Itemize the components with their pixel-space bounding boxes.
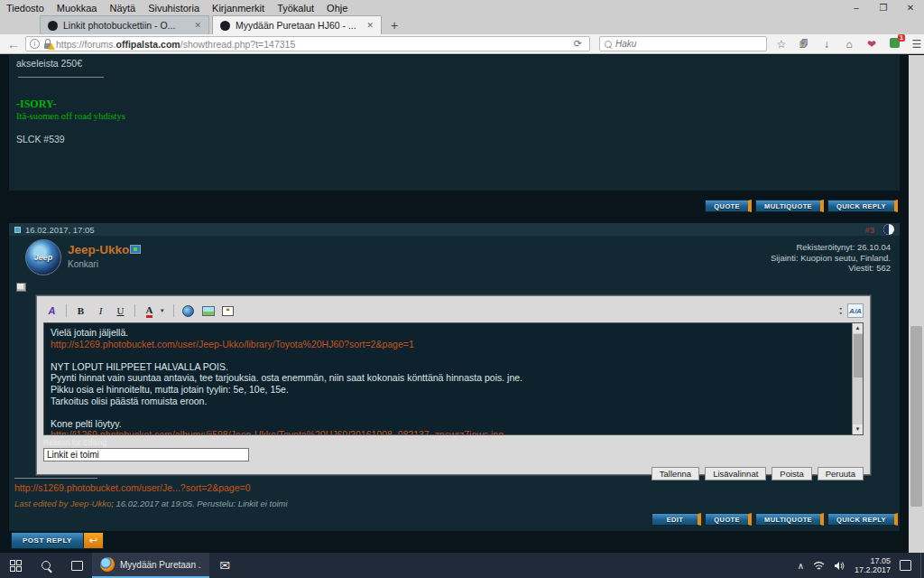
signature-subtitle: Itä-suomen off road yhdistys [16,111,892,121]
addon-icon[interactable]: 1 [887,38,901,51]
previous-post-buttons: QUOTE MULTIQUOTE QUICK REPLY [705,200,898,212]
cancel-button[interactable]: Peruuta [818,467,864,480]
report-post-icon[interactable] [883,224,894,235]
url-bar[interactable]: i https://forums.offipalsta.com/showthre… [25,36,590,51]
hamburger-menu-icon[interactable]: ☰ [910,38,924,51]
italic-button[interactable]: I [92,303,109,319]
menu-bookmarks[interactable]: Kirjanmerkit [206,2,271,14]
editor-line: NYT LOPUT HILPPEET HALVALLA POIS. [51,361,848,373]
close-button[interactable]: ✕ [897,0,924,15]
user-registered: Rekisteröitynyt: 26.10.04 [771,242,891,253]
mixed-content-lock-icon[interactable] [43,39,52,49]
quote-button[interactable]: QUOTE [705,200,752,212]
menu-tools[interactable]: Työkalut [271,2,320,14]
message-textarea[interactable]: Vielä jotain jäljellä. http://s1269.phot… [43,322,864,435]
bold-button[interactable]: B [72,303,89,319]
quote-button[interactable]: QUOTE [705,513,752,526]
firefox-icon [100,557,115,572]
signature-link[interactable]: http://s1269.photobucket.com/user/Je...?… [14,482,251,493]
post-buttons: EDIT QUOTE MULTIQUOTE QUICK REPLY [651,513,898,526]
system-tray: ∧ 17.05 17.2.2017 [798,556,917,574]
post-reply-button[interactable]: POST REPLY ↩ [11,532,104,549]
show-desktop-button[interactable] [920,553,924,578]
taskbar-clock[interactable]: 17.05 17.2.2017 [855,556,891,574]
volume-icon[interactable] [834,561,845,571]
site-info-icon[interactable]: i [30,39,40,49]
menu-view[interactable]: Näytä [103,2,142,14]
tray-chevron-icon[interactable]: ∧ [798,561,804,571]
user-location: Sijainti: Kuopion seutu, Finland. [771,253,891,264]
save-button[interactable]: Tallenna [651,467,699,480]
user-info: Rekisteröitynyt: 26.10.04 Sijainti: Kuop… [771,242,891,274]
scrollbar-thumb[interactable] [854,334,863,378]
edit-button[interactable]: EDIT [651,513,702,526]
wrap-quote-icon[interactable]: ❝ [219,303,236,319]
advanced-options-button[interactable]: Lisävalinnat [705,467,766,480]
minimize-button[interactable]: – [843,0,870,15]
previous-post-panel: akseleista 250€ -ISORY- Itä-suomen off r… [9,55,900,191]
new-tab-button[interactable]: + [382,15,407,34]
pocket-icon[interactable]: ❤ [864,38,879,51]
browser-scrollbar[interactable] [909,55,924,553]
network-icon[interactable] [813,561,825,571]
insert-link-icon[interactable] [180,303,197,319]
tab-linkit-photobuckettiin[interactable]: Linkit photobuckettiin - O... ✕ [40,15,209,34]
textarea-scrollbar[interactable]: ▲ ▼ [852,323,863,434]
scrollbar-thumb[interactable] [910,326,922,507]
search-input[interactable] [615,39,762,49]
font-color-button[interactable]: A [141,303,158,319]
action-center-icon[interactable] [900,560,911,571]
post-icon [16,283,26,292]
scroll-up-icon[interactable]: ▲ [853,323,863,333]
menu-history[interactable]: Sivuhistoria [142,2,206,14]
tab-myydaan-puretaan[interactable]: Myydään Puretaan HJ60 - ... ✕ [212,15,382,34]
editor-line: Tarkoitus olisi päästä romuista eroon. [51,396,848,407]
toolbar-icons: ☆ 🗐 ↓ ⌂ ❤ 1 ☰ [774,38,924,51]
multiquote-button[interactable]: MULTIQUOTE [755,200,824,212]
post-header: 16.02.2017, 17:05 #3 [9,223,900,236]
bookmarks-panel-icon[interactable]: 🗐 [797,39,811,49]
editor-line-link: http://s1269.photobucket.com/user/Jeep-U… [51,339,848,350]
reason-input[interactable] [43,448,249,461]
delete-button[interactable]: Poista [772,467,811,480]
editor-mode-icon[interactable]: A [43,303,60,319]
username-link[interactable]: Jeep-Ukko [68,243,129,256]
maximize-button[interactable]: ❐ [870,0,897,15]
tab-close-icon[interactable]: ✕ [366,21,374,30]
search-icon [41,560,52,572]
bookmark-star-icon[interactable]: ☆ [774,38,789,51]
underline-button[interactable]: U [112,303,129,319]
post-number[interactable]: #3 [864,225,874,235]
editor-aa-toggle[interactable]: A/A [847,303,864,318]
multiquote-button[interactable]: MULTIQUOTE [755,513,824,526]
color-dropdown-icon[interactable]: ▾ [161,307,168,314]
user-rank: Konkari [68,259,98,269]
mail-taskbar-button[interactable]: ✉ [209,553,240,578]
browser-menubar: Tiedosto Muokkaa Näytä Sivuhistoria Kirj… [0,0,924,15]
scroll-down-icon[interactable]: ▼ [853,424,863,434]
menu-edit[interactable]: Muokkaa [51,2,104,14]
search-bar[interactable] [599,36,767,51]
quick-reply-button[interactable]: QUICK REPLY [827,513,898,526]
window-controls: – ❐ ✕ [843,0,924,15]
user-post-count: Viestit: 562 [771,263,891,274]
avatar[interactable]: Jeep [25,239,61,275]
menu-file[interactable]: Tiedosto [0,2,51,14]
back-icon[interactable]: ← [7,37,20,51]
clock-date: 17.2.2017 [855,565,891,574]
task-view-button[interactable] [61,553,92,578]
reload-icon[interactable]: ⟳ [570,38,586,50]
insert-image-icon[interactable] [199,303,217,319]
downloads-icon[interactable]: ↓ [819,38,834,51]
post-text-line: akseleista 250€ [16,58,892,70]
toolbar-overflow-icon[interactable]: ▪▪ [840,306,842,315]
firefox-taskbar-button[interactable]: Myydään Puretaan ... [92,553,209,578]
quick-reply-button[interactable]: QUICK REPLY [827,200,898,212]
tab-bar: Linkit photobuckettiin - O... ✕ Myydään … [0,15,924,34]
home-icon[interactable]: ⌂ [842,38,856,51]
tab-close-icon[interactable]: ✕ [194,21,201,30]
start-button[interactable] [0,553,31,578]
editor-toolbar: A B I U A ▾ ❝ ▪▪ A/A [43,301,864,321]
taskbar-search-button[interactable] [31,553,61,578]
menu-help[interactable]: Ohje [320,2,354,14]
